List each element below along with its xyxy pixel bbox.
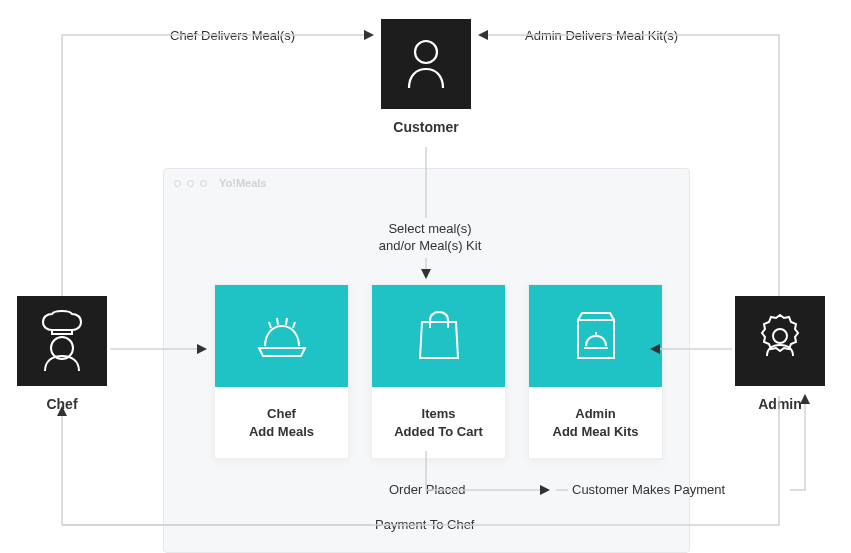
gear-person-icon	[751, 312, 809, 370]
edge-customer-pays: Customer Makes Payment	[572, 482, 725, 499]
customer-icon	[381, 19, 471, 109]
edge-payment-to-chef: Payment To Chef	[375, 517, 474, 534]
card-label: Items Added To Cart	[372, 387, 505, 458]
cards-row: Chef Add Meals Items Added To Cart	[214, 284, 663, 459]
meal-kit-icon	[529, 285, 662, 387]
svg-point-2	[773, 329, 787, 343]
chef-icon	[17, 296, 107, 386]
card-admin-add-kits: Admin Add Meal Kits	[528, 284, 663, 459]
window-dot	[174, 180, 181, 187]
edge-admin-delivers: Admin Delivers Meal Kit(s)	[525, 28, 678, 45]
customer-label: Customer	[381, 119, 471, 135]
app-titlebar: Yo!Meals	[164, 169, 689, 197]
actor-admin: Admin	[735, 296, 825, 412]
admin-label: Admin	[735, 396, 825, 412]
person-icon	[405, 38, 447, 90]
chef-hat-icon	[34, 310, 90, 372]
actor-customer: Customer	[381, 19, 471, 135]
card-items-cart: Items Added To Cart	[371, 284, 506, 459]
svg-point-0	[415, 41, 437, 63]
window-dot	[200, 180, 207, 187]
edge-select-meals: Select meal(s) and/or Meal(s) Kit	[375, 221, 485, 255]
admin-icon	[735, 296, 825, 386]
app-title: Yo!Meals	[219, 177, 266, 189]
card-label: Chef Add Meals	[215, 387, 348, 458]
card-label: Admin Add Meal Kits	[529, 387, 662, 458]
edge-order-placed: Order Placed	[389, 482, 466, 499]
meal-dish-icon	[215, 285, 348, 387]
chef-label: Chef	[17, 396, 107, 412]
window-dot	[187, 180, 194, 187]
edge-chef-delivers: Chef Delivers Meal(s)	[170, 28, 295, 45]
shopping-bag-icon	[372, 285, 505, 387]
actor-chef: Chef	[17, 296, 107, 412]
card-chef-add-meals: Chef Add Meals	[214, 284, 349, 459]
